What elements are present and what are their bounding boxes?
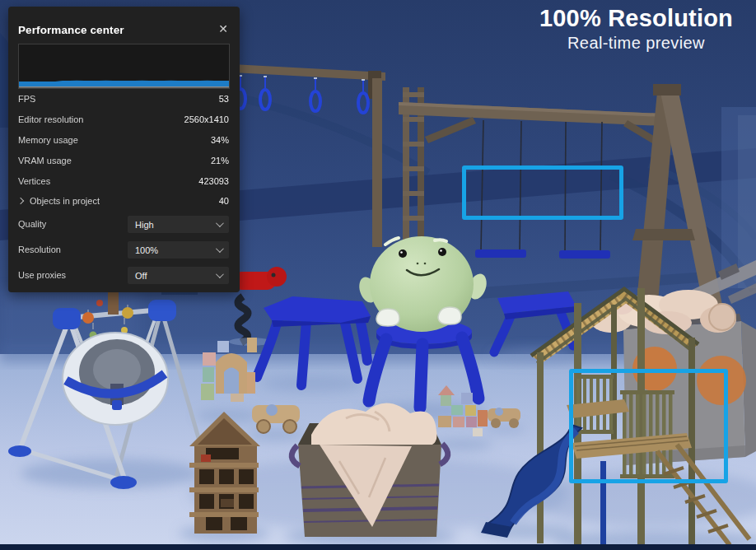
stat-label: Vertices: [18, 176, 50, 186]
stat-value: 2560x1410: [184, 114, 229, 124]
control-label: Use proxies: [18, 270, 66, 280]
performance-panel: Performance center ✕ FPS 53 Editor resol…: [8, 7, 240, 292]
stat-row-editor-resolution: Editor resolution 2560x1410: [8, 110, 240, 130]
select-value: Off: [135, 271, 147, 281]
chevron-down-icon: [216, 270, 224, 278]
panel-header: Performance center ✕: [18, 23, 230, 36]
stat-label: FPS: [18, 94, 35, 104]
proxies-select[interactable]: Off: [128, 267, 229, 284]
stat-value: 21%: [211, 156, 229, 165]
resolution-banner: 100% Resolution Real-time preview: [539, 5, 733, 53]
stat-row-vram-usage: VRAM usage 21%: [8, 150, 240, 170]
resolution-headline: 100% Resolution: [539, 5, 733, 32]
control-row-resolution: Resolution 100%: [18, 241, 229, 259]
controls-list: Quality High Resolution 100% Use proxies…: [8, 209, 240, 292]
selection-highlight-swings: [462, 165, 623, 220]
select-value: 100%: [135, 245, 158, 255]
editor-viewport[interactable]: 100% Resolution Real-time preview Perfor…: [0, 0, 756, 550]
close-button[interactable]: ✕: [217, 23, 230, 36]
stats-list: FPS 53 Editor resolution 2560x1410 Memor…: [8, 89, 240, 212]
select-value: High: [135, 220, 154, 230]
stat-value: 53: [219, 94, 229, 104]
chevron-down-icon: [216, 245, 224, 253]
scene-edge-strip: [0, 544, 756, 550]
control-label: Quality: [18, 219, 46, 229]
fps-graph: [18, 44, 230, 89]
stat-row-vertices: Vertices 423093: [8, 170, 240, 191]
stat-value: 40: [219, 196, 229, 206]
resolution-select[interactable]: 100%: [128, 241, 229, 259]
selection-highlight-playhouse: [569, 369, 728, 483]
stat-row-fps: FPS 53: [8, 89, 240, 110]
panel-title: Performance center: [18, 24, 124, 36]
control-row-use-proxies: Use proxies Off: [18, 267, 229, 284]
stat-label: Objects in project: [18, 196, 100, 206]
stat-label: Memory usage: [18, 135, 78, 145]
control-label: Resolution: [18, 245, 61, 254]
stat-row-memory-usage: Memory usage 34%: [8, 130, 240, 151]
stat-label: Editor resolution: [18, 114, 84, 124]
close-icon: ✕: [218, 22, 228, 35]
control-row-quality: Quality High: [18, 216, 229, 233]
fps-graph-sparkline: [19, 44, 229, 88]
stat-value: 34%: [211, 135, 229, 145]
chevron-down-icon: [216, 219, 224, 227]
preview-subheadline: Real-time preview: [539, 34, 733, 53]
quality-select[interactable]: High: [128, 216, 229, 233]
stat-label: VRAM usage: [18, 156, 72, 165]
stat-value: 423093: [198, 176, 229, 186]
chevron-right-icon: [17, 198, 24, 204]
